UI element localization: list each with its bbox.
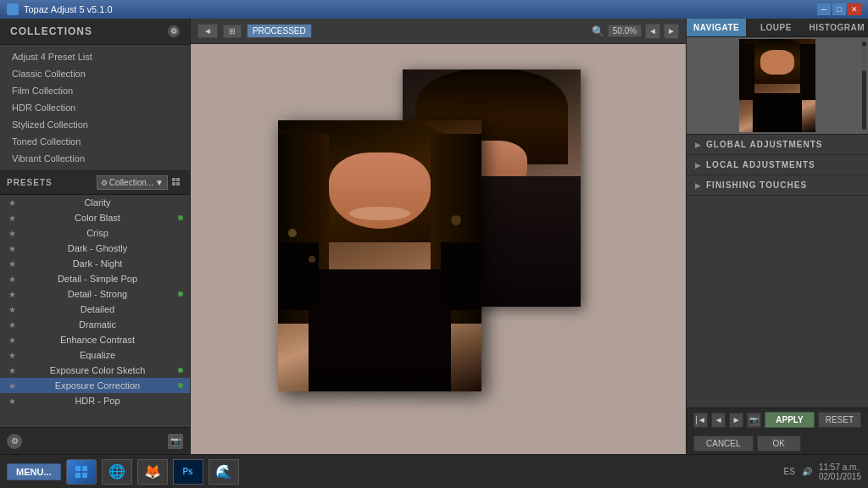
app-title: Topaz Adjust 5 v5.1.0 [24, 4, 113, 14]
left-panel: COLLECTIONS ⚙ Adjust 4 Preset List Class… [0, 19, 191, 454]
collection-item-5[interactable]: Toned Collection [0, 133, 190, 150]
right-bottom-panel: |◄ ◄ ► 📷 APPLY RESET CANCEL OK [687, 408, 868, 454]
locale-label: ES [784, 467, 795, 476]
star-icon[interactable]: ★ [7, 336, 17, 345]
start-button[interactable] [66, 459, 97, 485]
camera-icon[interactable]: 📷 [168, 434, 183, 449]
minimize-button[interactable]: ─ [817, 3, 831, 15]
collections-header: COLLECTIONS ⚙ [0, 19, 190, 45]
expand-arrow-icon: ▶ [695, 141, 701, 149]
photoshop-icon[interactable]: Ps [173, 459, 203, 485]
dropdown-arrow-icon: ▼ [155, 178, 164, 187]
right-panel: NAVIGATE LOUPE HISTOGRAM ▶ G [686, 19, 868, 454]
status-bar: MENU... 🌐 🦊 Ps 🌊 ES 🔊 11:57 a.m. 02/01/2… [0, 454, 868, 488]
preset-item-detailed[interactable]: ★ Detailed [0, 302, 190, 317]
cancel-button[interactable]: CANCEL [693, 435, 754, 452]
prev-nav-button[interactable]: ◄ [198, 24, 218, 38]
star-icon[interactable]: ★ [7, 229, 17, 238]
star-icon[interactable]: ★ [7, 290, 17, 299]
date-display: 02/01/2015 [819, 472, 861, 481]
clock: 11:57 a.m. 02/01/2015 [819, 463, 861, 481]
tab-loupe[interactable]: LOUPE [746, 19, 805, 36]
tab-navigate[interactable]: NAVIGATE [687, 19, 746, 36]
preset-item-exposure-color-sketch[interactable]: ★ Exposure Color Sketch [0, 363, 190, 378]
collection-item-4[interactable]: Stylized Collection [0, 116, 190, 133]
maximize-button[interactable]: □ [832, 3, 846, 15]
star-icon[interactable]: ★ [7, 366, 17, 375]
windows-icon [75, 466, 87, 478]
zoom-out-button[interactable]: ◄ [645, 24, 660, 39]
grid-view-icon[interactable] [171, 177, 183, 189]
app-icon[interactable]: 🌊 [209, 459, 239, 485]
star-icon[interactable]: ★ [7, 198, 17, 208]
preset-item-dark-ghostly[interactable]: ★ Dark - Ghostly [0, 241, 190, 256]
search-icon: 🔍 [592, 25, 604, 37]
taskbar-left: MENU... 🌐 🦊 Ps 🌊 [7, 459, 239, 485]
preset-item-equalize[interactable]: ★ Equalize [0, 347, 190, 363]
collection-item-2[interactable]: Film Collection [0, 82, 190, 99]
title-text: Topaz Adjust 5 v5.1.0 [7, 3, 113, 15]
firefox-icon[interactable]: 🦊 [137, 459, 168, 485]
canvas-area: Exposure Correction [191, 44, 686, 454]
svg-rect-3 [82, 473, 87, 478]
close-button[interactable]: ✕ [848, 3, 861, 15]
title-bar: Topaz Adjust 5 v5.1.0 ─ □ ✕ [0, 0, 868, 19]
presets-list: ★ Clarity ★ Color Blast ★ Crisp ★ Dark -… [0, 195, 190, 427]
settings-icon[interactable]: ⚙ [7, 434, 22, 449]
time-display: 11:57 a.m. [819, 463, 861, 472]
star-icon[interactable]: ★ [7, 381, 17, 391]
star-icon[interactable]: ★ [7, 351, 17, 360]
left-panel-bottom: ⚙ 📷 [0, 427, 190, 454]
collection-item-3[interactable]: HDR Collection [0, 99, 190, 116]
ok-button[interactable]: OK [757, 435, 801, 452]
app-body: COLLECTIONS ⚙ Adjust 4 Preset List Class… [0, 19, 868, 454]
global-adjustments[interactable]: ▶ GLOBAL ADJUSTMENTS [687, 135, 868, 155]
collection-item-0[interactable]: Adjust 4 Preset List [0, 48, 190, 65]
nav-first-button[interactable]: |◄ [693, 413, 708, 428]
preset-item-colorblas[interactable]: ★ Color Blast [0, 210, 190, 225]
star-icon[interactable]: ★ [7, 396, 17, 406]
presets-header: PRESETS ⚙ Collection... ▼ [0, 171, 190, 195]
preset-item-dark-night[interactable]: ★ Dark - Night [0, 256, 190, 271]
preset-item-dramatic[interactable]: ★ Dramatic [0, 317, 190, 332]
preset-item-clarity[interactable]: ★ Clarity [0, 195, 190, 210]
finishing-touches[interactable]: ▶ FINISHING TOUCHES [687, 175, 868, 196]
nav-next-button[interactable]: ► [729, 413, 743, 428]
reset-button[interactable]: RESET [818, 412, 861, 428]
adjustments-section: ▶ GLOBAL ADJUSTMENTS ▶ LOCAL ADJUSTMENTS… [687, 135, 868, 408]
preset-dot [178, 383, 183, 388]
tab-histogram[interactable]: HISTOGRAM [806, 19, 868, 36]
zoom-in-button[interactable]: ► [664, 24, 679, 39]
nav-camera-button[interactable]: 📷 [747, 413, 761, 428]
collections-gear-icon[interactable]: ⚙ [168, 25, 180, 37]
preset-item-enhance-contrast[interactable]: ★ Enhance Contrast [0, 332, 190, 347]
zoom-input[interactable] [608, 25, 642, 37]
preset-item-exposure-correction[interactable]: ★ Exposure Correction [0, 378, 190, 393]
star-icon[interactable]: ★ [7, 320, 17, 330]
menu-button[interactable]: MENU... [7, 463, 61, 480]
star-icon[interactable]: ★ [7, 244, 17, 253]
collections-title: COLLECTIONS [10, 25, 92, 37]
star-icon[interactable]: ★ [7, 259, 17, 269]
preset-dot [178, 368, 183, 373]
collection-item-1[interactable]: Classic Collection [0, 65, 190, 82]
navigate-tabs: NAVIGATE LOUPE HISTOGRAM [687, 19, 868, 37]
preset-item-crisp[interactable]: ★ Crisp [0, 225, 190, 241]
preset-item-hdr-pop[interactable]: ★ HDR - Pop [0, 393, 190, 408]
local-adjustments[interactable]: ▶ LOCAL ADJUSTMENTS [687, 155, 868, 175]
expand-arrow-icon: ▶ [695, 181, 701, 190]
cancel-ok-row: CANCEL OK [687, 433, 868, 454]
taskbar-right: ES 🔊 11:57 a.m. 02/01/2015 [784, 463, 861, 481]
preset-item-detail-strong[interactable]: ★ Detail - Strong [0, 286, 190, 302]
ie-icon[interactable]: 🌐 [102, 459, 132, 485]
preset-item-detail-simple[interactable]: ★ Detail - Simple Pop [0, 271, 190, 286]
star-icon[interactable]: ★ [7, 305, 17, 314]
apply-button[interactable]: APPLY [765, 412, 814, 428]
nav-prev-button[interactable]: ◄ [711, 413, 726, 428]
star-icon[interactable]: ★ [7, 274, 17, 284]
view-toggle-button[interactable]: ⊞ [223, 25, 242, 38]
presets-dropdown[interactable]: ⚙ Collection... ▼ [97, 175, 168, 190]
collection-item-6[interactable]: Vibrant Collection [0, 150, 190, 167]
star-icon[interactable]: ★ [7, 214, 17, 223]
processed-button[interactable]: PROCESSED [247, 24, 312, 38]
